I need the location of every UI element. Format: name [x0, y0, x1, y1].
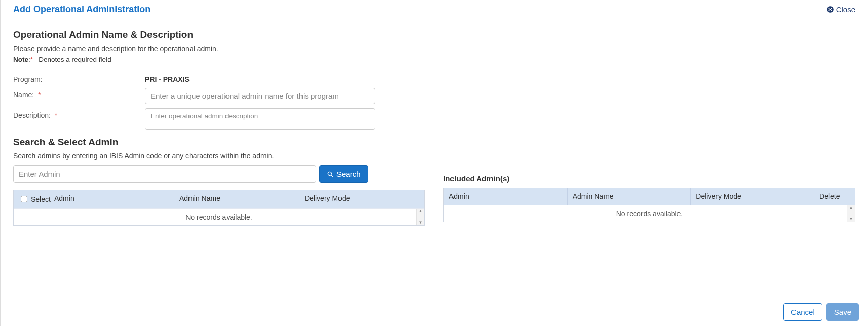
search-results-body: No records available. ▲▼ — [14, 208, 424, 225]
search-results-empty: No records available. — [185, 213, 252, 221]
two-column-layout: Search Select Admin Admin Name Delivery … — [13, 163, 855, 226]
included-grid: Admin Admin Name Delivery Mode Delete No… — [443, 188, 855, 222]
search-results-header: Select Admin Admin Name Delivery Mode — [14, 190, 424, 208]
admin-search-input[interactable] — [13, 165, 316, 183]
modal-container: Add Operational Administration Close Ope… — [0, 0, 868, 326]
search-icon — [327, 171, 334, 178]
modal-body: Operational Admin Name & Description Ple… — [1, 21, 868, 226]
description-row: Description: * — [13, 108, 398, 130]
cancel-button[interactable]: Cancel — [783, 303, 822, 321]
close-circle-icon — [826, 6, 834, 13]
col-header-included-delivery-mode[interactable]: Delivery Mode — [691, 188, 814, 205]
col-header-select: Select — [14, 190, 49, 208]
section-search-title: Search & Select Admin — [13, 137, 855, 148]
name-label: Name: * — [13, 88, 145, 99]
included-scrollbar[interactable]: ▲▼ — [847, 205, 855, 222]
close-button[interactable]: Close — [826, 5, 855, 14]
program-row: Program: PRI - PRAXIS — [13, 72, 398, 84]
program-value: PRI - PRAXIS — [145, 72, 190, 84]
search-results-scrollbar[interactable]: ▲▼ — [416, 209, 424, 225]
description-label-text: Description: — [13, 111, 51, 119]
included-body: No records available. ▲▼ — [444, 205, 855, 222]
required-note: Note:* Denotes a required field — [13, 56, 855, 63]
modal-footer: Cancel Save — [783, 303, 859, 321]
search-row: Search — [13, 163, 425, 183]
name-label-text: Name: — [13, 91, 34, 99]
name-row: Name: * — [13, 88, 398, 104]
select-all-checkbox[interactable] — [21, 196, 27, 202]
search-button-label: Search — [336, 170, 361, 178]
col-header-delivery-mode[interactable]: Delivery Mode — [299, 190, 424, 208]
note-label: Note — [13, 56, 28, 63]
col-header-included-admin[interactable]: Admin — [444, 188, 568, 205]
search-button[interactable]: Search — [319, 165, 368, 183]
note-text: Denotes a required field — [39, 56, 111, 63]
col-header-included-admin-name[interactable]: Admin Name — [568, 188, 691, 205]
program-label: Program: — [13, 72, 145, 84]
name-input[interactable] — [145, 88, 375, 104]
included-empty: No records available. — [616, 210, 683, 218]
section-name-desc-title: Operational Admin Name & Description — [13, 29, 855, 40]
search-results-grid: Select Admin Admin Name Delivery Mode No… — [13, 190, 425, 226]
col-header-admin-name[interactable]: Admin Name — [174, 190, 299, 208]
included-header: Admin Admin Name Delivery Mode Delete — [444, 188, 855, 205]
col-header-included-delete[interactable]: Delete — [814, 188, 855, 205]
save-button[interactable]: Save — [826, 303, 859, 321]
svg-line-2 — [331, 175, 333, 177]
search-column: Search Select Admin Admin Name Delivery … — [13, 163, 434, 226]
included-title: Included Admin(s) — [443, 174, 855, 183]
modal-title: Add Operational Administration — [13, 4, 150, 15]
included-column: Included Admin(s) Admin Admin Name Deliv… — [434, 163, 855, 226]
modal-header: Add Operational Administration Close — [1, 0, 868, 21]
col-header-select-label: Select — [31, 195, 51, 203]
col-header-admin[interactable]: Admin — [49, 190, 174, 208]
close-label: Close — [836, 5, 855, 14]
section-name-desc-text: Please provide a name and description fo… — [13, 45, 855, 53]
description-input[interactable] — [145, 108, 375, 130]
description-label: Description: * — [13, 108, 145, 119]
section-search-desc: Search admins by entering an IBIS Admin … — [13, 152, 855, 160]
